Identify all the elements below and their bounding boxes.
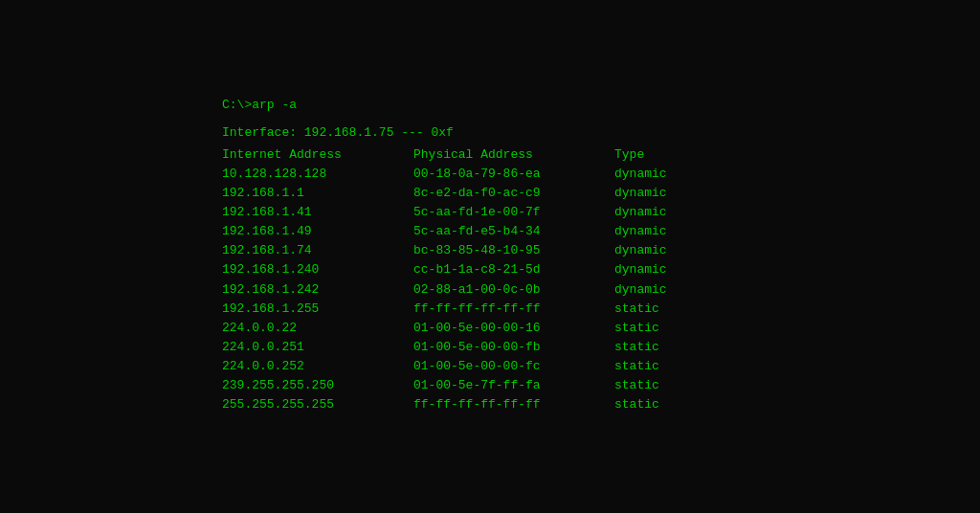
- header-mac: Physical Address: [413, 145, 614, 165]
- cell-mac: 8c-e2-da-f0-ac-c9: [413, 184, 614, 203]
- cell-type: dynamic: [614, 222, 710, 241]
- table-row: 192.168.1.74bc-83-85-48-10-95dynamic: [222, 241, 758, 260]
- interface-text: Interface: 192.168.1.75 --- 0xf: [222, 125, 454, 140]
- table-row: 10.128.128.12800-18-0a-79-86-eadynamic: [222, 165, 758, 184]
- cell-type: dynamic: [614, 184, 710, 203]
- table-row: 255.255.255.255ff-ff-ff-ff-ff-ffstatic: [222, 395, 758, 414]
- cell-type: static: [614, 338, 710, 357]
- cell-ip: 10.128.128.128: [222, 165, 413, 184]
- cell-ip: 255.255.255.255: [222, 395, 413, 414]
- terminal-content: C:\>arp -a Interface: 192.168.1.75 --- 0…: [222, 98, 758, 414]
- cell-type: static: [614, 357, 710, 376]
- cell-type: dynamic: [614, 241, 710, 260]
- cell-type: static: [614, 300, 710, 319]
- command-text: C:\>arp -a: [222, 98, 297, 112]
- cell-type: static: [614, 395, 710, 414]
- cell-ip: 192.168.1.74: [222, 241, 413, 260]
- cell-mac: 5c-aa-fd-1e-00-7f: [413, 203, 614, 222]
- cell-mac: 01-00-5e-00-00-fb: [413, 338, 614, 357]
- command-line: C:\>arp -a: [222, 98, 758, 112]
- table-row: 224.0.0.2201-00-5e-00-00-16static: [222, 319, 758, 338]
- cell-mac: 02-88-a1-00-0c-0b: [413, 280, 614, 300]
- cell-ip: 224.0.0.251: [222, 338, 413, 357]
- cell-type: static: [614, 376, 710, 395]
- cell-type: dynamic: [614, 260, 710, 279]
- table-row: 224.0.0.25201-00-5e-00-00-fcstatic: [222, 357, 758, 376]
- cell-mac: bc-83-85-48-10-95: [413, 241, 614, 260]
- cell-mac: 00-18-0a-79-86-ea: [413, 165, 614, 184]
- cell-ip: 192.168.1.41: [222, 203, 413, 222]
- cell-mac: 01-00-5e-00-00-fc: [413, 357, 614, 376]
- cell-ip: 224.0.0.252: [222, 357, 413, 376]
- cell-ip: 192.168.1.242: [222, 280, 413, 300]
- table-row: 192.168.1.18c-e2-da-f0-ac-c9dynamic: [222, 184, 758, 203]
- interface-line: Interface: 192.168.1.75 --- 0xf: [222, 123, 758, 143]
- cell-ip: 192.168.1.255: [222, 300, 413, 319]
- cell-mac: ff-ff-ff-ff-ff-ff: [413, 300, 614, 319]
- cell-ip: 192.168.1.1: [222, 184, 413, 203]
- cell-type: dynamic: [614, 165, 710, 184]
- table-row: 192.168.1.255ff-ff-ff-ff-ff-ffstatic: [222, 300, 758, 319]
- arp-table: Interface: 192.168.1.75 --- 0xf Internet…: [222, 123, 758, 414]
- cell-type: static: [614, 319, 710, 338]
- cell-mac: ff-ff-ff-ff-ff-ff: [413, 395, 614, 414]
- cell-ip: 224.0.0.22: [222, 319, 413, 338]
- cell-mac: cc-b1-1a-c8-21-5d: [413, 260, 614, 279]
- cell-type: dynamic: [614, 280, 710, 300]
- table-rows: 10.128.128.12800-18-0a-79-86-eadynamic 1…: [222, 165, 758, 415]
- cell-ip: 239.255.255.250: [222, 376, 413, 395]
- table-row: 192.168.1.495c-aa-fd-e5-b4-34dynamic: [222, 222, 758, 241]
- table-row: 192.168.1.24202-88-a1-00-0c-0bdynamic: [222, 280, 758, 300]
- cell-mac: 01-00-5e-00-00-16: [413, 319, 614, 338]
- cell-mac: 01-00-5e-7f-ff-fa: [413, 376, 614, 395]
- cell-mac: 5c-aa-fd-e5-b4-34: [413, 222, 614, 241]
- table-row: 192.168.1.415c-aa-fd-1e-00-7fdynamic: [222, 203, 758, 222]
- table-row: 239.255.255.25001-00-5e-7f-ff-fastatic: [222, 376, 758, 395]
- cell-type: dynamic: [614, 203, 710, 222]
- table-header: Internet Address Physical Address Type: [222, 145, 758, 165]
- cell-ip: 192.168.1.49: [222, 222, 413, 241]
- table-row: 192.168.1.240cc-b1-1a-c8-21-5ddynamic: [222, 260, 758, 279]
- cell-ip: 192.168.1.240: [222, 260, 413, 279]
- terminal-window: C:\>arp -a Interface: 192.168.1.75 --- 0…: [0, 0, 980, 513]
- header-ip: Internet Address: [222, 145, 413, 165]
- table-row: 224.0.0.25101-00-5e-00-00-fbstatic: [222, 338, 758, 357]
- header-type: Type: [614, 145, 710, 165]
